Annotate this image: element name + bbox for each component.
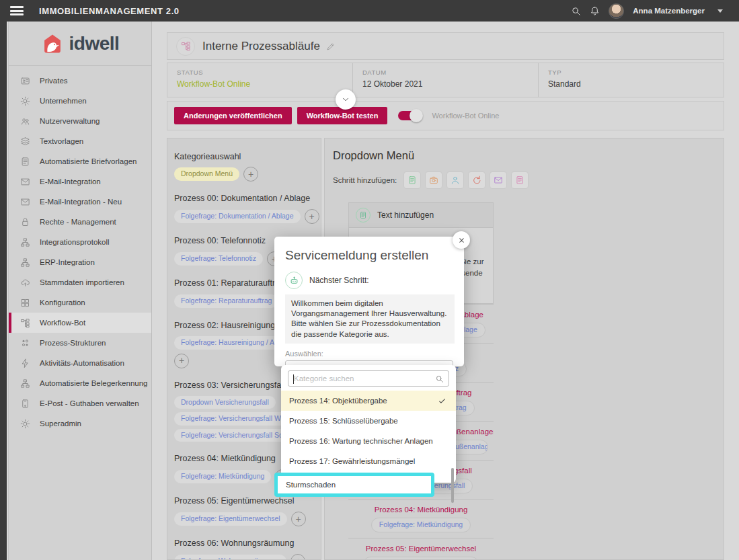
category-option[interactable]: Prozess 17: Gewährleistungsmängel (281, 451, 456, 471)
workflow-option-row[interactable]: Prozess 04: Mietkündigung Folgefrage: Mi… (348, 499, 494, 538)
scrollbar-thumb[interactable] (451, 468, 454, 503)
next-step-label: Nächster Schritt: (309, 276, 369, 285)
sidebar-item[interactable]: Automatisierte Briefvorlagen (9, 151, 151, 171)
close-icon[interactable] (453, 231, 470, 249)
dropdown-menu-chip[interactable]: Dropdown Menü (174, 167, 239, 181)
sidebar-item-icon (20, 177, 30, 187)
sidebar-item-icon (20, 96, 30, 106)
edit-title-pencil-icon[interactable] (326, 42, 336, 51)
robot-icon (285, 272, 303, 289)
sidebar-item[interactable]: Textvorlagen (9, 131, 151, 151)
sidebar-item[interactable]: Automatisierte Belegerkennung (9, 373, 151, 393)
sidebar-item[interactable]: Superadmin (9, 413, 151, 434)
sidebar-item[interactable]: Integrationsprotokoll (9, 232, 151, 252)
sidebar-item[interactable]: Workflow-Bot (9, 313, 151, 333)
sidebar-item-label: Stammdaten importieren (40, 278, 124, 286)
search-icon[interactable] (571, 6, 581, 16)
sidebar-item-label: Konfiguration (40, 298, 85, 307)
add-step-button[interactable] (490, 171, 507, 189)
add-question-button[interactable]: + (174, 354, 189, 368)
category-option[interactable]: Prozess 16: Wartung technischer Anlagen (281, 431, 456, 451)
workflow-option-chip[interactable]: Folgefrage: Eigentümerwechsel (363, 557, 479, 560)
sidebar-item[interactable]: Nutzerverwaltung (9, 111, 151, 131)
sidebar-item-label: Integrationsprotokoll (40, 238, 110, 246)
type-value: Standard (548, 79, 714, 89)
check-icon (438, 397, 446, 405)
user-menu-chevron-icon[interactable] (717, 9, 723, 13)
status-value: Workflow-Bot Online (177, 79, 343, 89)
add-step-button[interactable] (468, 171, 485, 189)
notifications-bell-icon[interactable] (590, 6, 600, 16)
sidebar-item[interactable]: Stammdaten importieren (9, 272, 151, 292)
sidebar-item-icon (20, 197, 30, 207)
collapse-steps-button[interactable] (336, 89, 356, 110)
workflow-option-title: Prozess 05: Eigentümerwechsel (348, 545, 494, 553)
category-search-field[interactable] (288, 370, 449, 387)
add-category-button[interactable]: + (243, 167, 258, 182)
add-step-button[interactable] (403, 171, 421, 189)
sidebar-item[interactable]: Unternehmen (9, 91, 151, 111)
sidebar-item[interactable]: E-Mail-Integration (9, 171, 151, 192)
sidebar-item-icon (20, 136, 30, 147)
sidebar-item-icon (20, 116, 30, 126)
modal-title: Servicemeldung erstellen (274, 237, 464, 263)
followup-chip[interactable]: Folgefrage: Reparaturauftrag (174, 294, 278, 308)
followup-chip[interactable]: Folgefrage: Eigentümerwechsel (174, 512, 287, 526)
workflow-option-row[interactable]: Prozess 05: Eigentümerwechsel Folgefrage… (348, 538, 494, 560)
step-icon (407, 175, 417, 185)
category-option[interactable]: Sturmschaden (274, 473, 434, 497)
text-step-card-title: Text hinzufügen (377, 210, 434, 220)
text-step-card-header[interactable]: Text hinzufügen (348, 202, 494, 228)
sidebar-item-icon (20, 257, 30, 268)
sidebar-item-label: ERP-Integration (40, 258, 95, 266)
workflow-option-chip[interactable]: Folgefrage: Mietkündigung (371, 518, 471, 532)
logo[interactable]: idwell (9, 22, 151, 66)
workflow-icon (176, 37, 195, 56)
process-group-title: Prozess 00: Dokumentation / Ablage (174, 194, 314, 203)
process-group-chips: Folgefrage: Wohnungsräumung+ (174, 554, 314, 560)
sidebar-item-label: Aktivitäts-Automatisation (40, 359, 124, 367)
page-title: Interne Prozessabläufe (202, 40, 320, 53)
followup-chip[interactable]: Folgefrage: Telefonnotiz (174, 252, 263, 266)
sidebar-item[interactable]: Konfiguration (9, 292, 151, 313)
publish-changes-button[interactable]: Anderungen veröffentlichen (174, 107, 292, 124)
sidebar-item-icon (20, 278, 30, 288)
sidebar-item[interactable]: ERP-Integration (9, 252, 151, 272)
sidebar-item-icon (20, 338, 30, 348)
sidebar-item[interactable]: E-Mail-Integration - Neu (9, 192, 151, 212)
sidebar-item-label: Automatisierte Briefvorlagen (40, 157, 137, 165)
add-step-button[interactable] (446, 171, 464, 189)
category-option[interactable]: Prozess 15: Schlüsselübergabe (281, 411, 456, 431)
add-step-button[interactable] (425, 171, 442, 189)
sidebar-item[interactable]: Aktivitäts-Automatisation (9, 353, 151, 373)
category-option-label: Prozess 16: Wartung technischer Anlagen (289, 437, 433, 445)
sidebar-item-label: Textvorlagen (40, 137, 83, 145)
text-document-icon (356, 208, 371, 223)
sidebar-item-icon (20, 419, 30, 429)
followup-chip[interactable]: Folgefrage: Wohnungsräumung (174, 555, 286, 560)
sidebar-item[interactable]: E-Post - Guthaben verwalten (9, 393, 151, 413)
sidebar-item-label: E-Mail-Integration - Neu (40, 198, 122, 206)
add-step-button[interactable] (511, 171, 529, 189)
sidebar-item[interactable]: Rechte - Management (9, 212, 151, 232)
test-workflow-bot-button[interactable]: Workflow-Bot testen (297, 107, 388, 124)
sidebar-item[interactable]: Prozess-Strukturen (9, 333, 151, 353)
toggle-label: Workflow-Bot Online (432, 112, 499, 120)
step-icon (494, 175, 503, 185)
followup-chip[interactable]: Folgefrage: Mietkündigung (174, 470, 271, 483)
sidebar-item[interactable]: Privates (9, 71, 151, 91)
add-question-button[interactable]: + (291, 512, 306, 526)
category-option-label: Prozess 14: Objektübergabe (289, 397, 387, 405)
hamburger-menu-icon[interactable] (10, 6, 24, 15)
followup-chip[interactable]: Folgefrage: Dokumentation / Ablage (174, 210, 301, 223)
workflow-bot-online-toggle[interactable] (398, 111, 421, 120)
sidebar: idwell Privates Unternehmen Nutzerverwal… (8, 22, 152, 560)
category-option[interactable]: Prozess 14: Objektübergabe (281, 391, 456, 411)
add-step-label: Schritt hinzufügen: (333, 176, 397, 184)
category-search-input[interactable] (288, 371, 449, 386)
date-value: 12 Oktober 2021 (362, 79, 529, 89)
add-question-button[interactable]: + (305, 209, 319, 224)
followup-chip[interactable]: Dropdown Versicherungsfall (174, 396, 276, 409)
add-question-button[interactable]: + (290, 554, 305, 560)
avatar[interactable] (609, 3, 624, 19)
